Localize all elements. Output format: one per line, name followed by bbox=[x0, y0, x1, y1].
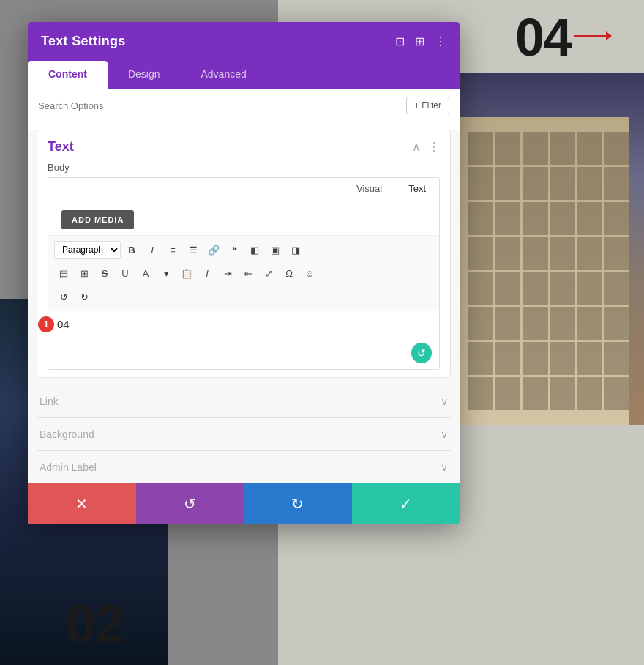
underline-button[interactable]: U bbox=[116, 264, 135, 283]
number-02-display: 02 bbox=[66, 594, 124, 654]
link-section[interactable]: Link ∨ bbox=[37, 385, 451, 418]
resize-icon[interactable]: ⊡ bbox=[395, 34, 405, 48]
editor-toolbar: Paragraph Heading 1 Heading 2 B I ≡ ☰ 🔗 … bbox=[48, 235, 439, 311]
editor-text[interactable]: 04 bbox=[57, 318, 430, 330]
columns-icon[interactable]: ⊞ bbox=[415, 34, 424, 48]
section-controls: ∧ ⋮ bbox=[412, 140, 440, 154]
editor-toggle-row: Visual Text bbox=[48, 178, 439, 201]
redo-button[interactable]: ↻ bbox=[244, 483, 352, 524]
modal-footer: ✕ ↺ ↻ ✓ bbox=[28, 483, 460, 524]
sync-icon: ↺ bbox=[411, 343, 432, 363]
color-button[interactable]: A bbox=[136, 264, 155, 283]
editor-content-area[interactable]: 1 04 ↺ bbox=[48, 311, 439, 369]
table-button[interactable]: ⊞ bbox=[75, 264, 94, 283]
special-char-button[interactable]: Ω bbox=[280, 264, 299, 283]
emoji-button[interactable]: ☺ bbox=[300, 264, 319, 283]
cancel-button[interactable]: ✕ bbox=[28, 483, 136, 524]
italic-button[interactable]: I bbox=[143, 240, 162, 259]
filter-button[interactable]: + Filter bbox=[406, 97, 449, 114]
modal-content: Text ∧ ⋮ Body Visual Text ADD MEDIA bbox=[28, 130, 460, 483]
undo-editor-button[interactable]: ↺ bbox=[54, 287, 73, 306]
paragraph-select[interactable]: Paragraph Heading 1 Heading 2 bbox=[54, 241, 121, 259]
paste-text-button[interactable]: 📋 bbox=[177, 264, 196, 283]
admin-label-chevron-icon: ∨ bbox=[441, 461, 448, 473]
body-label: Body bbox=[37, 160, 450, 177]
header-icons-group: ⊡ ⊞ ⋮ bbox=[395, 34, 446, 48]
building-image bbox=[446, 73, 644, 425]
text-settings-modal: Text Settings ⊡ ⊞ ⋮ Content Design Advan… bbox=[28, 22, 460, 524]
add-media-wrapper: ADD MEDIA bbox=[48, 201, 439, 235]
background-section[interactable]: Background ∨ bbox=[37, 418, 451, 451]
tabs-bar: Content Design Advanced bbox=[28, 61, 460, 89]
link-chevron-icon: ∨ bbox=[441, 395, 448, 407]
bold-button[interactable]: B bbox=[122, 240, 141, 259]
justify-button[interactable]: ▤ bbox=[54, 264, 73, 283]
toolbar-row-1: Paragraph Heading 1 Heading 2 B I ≡ ☰ 🔗 … bbox=[54, 240, 433, 259]
link-button[interactable]: 🔗 bbox=[204, 240, 223, 259]
modal-title: Text Settings bbox=[41, 34, 126, 49]
tab-content[interactable]: Content bbox=[28, 61, 108, 89]
toolbar-row-2: ▤ ⊞ S U A ▾ 📋 I ⇥ ⇤ ⤢ Ω ☺ bbox=[54, 264, 433, 283]
add-media-button[interactable]: ADD MEDIA bbox=[61, 210, 134, 229]
italic2-button[interactable]: I bbox=[198, 264, 217, 283]
text-section: Text ∧ ⋮ Body Visual Text ADD MEDIA bbox=[37, 130, 451, 378]
building-windows bbox=[468, 132, 629, 410]
indent-button[interactable]: ⇥ bbox=[218, 264, 237, 283]
align-right-button[interactable]: ◨ bbox=[286, 240, 305, 259]
background-label: Background bbox=[40, 428, 94, 440]
blockquote-button[interactable]: ❝ bbox=[225, 240, 244, 259]
tab-design[interactable]: Design bbox=[108, 61, 181, 89]
section-title: Text bbox=[48, 139, 74, 155]
search-bar: + Filter bbox=[28, 89, 460, 122]
outdent-button[interactable]: ⇤ bbox=[239, 264, 258, 283]
ordered-list-button[interactable]: ☰ bbox=[184, 240, 203, 259]
section-header: Text ∧ ⋮ bbox=[37, 130, 450, 160]
dots-menu-icon[interactable]: ⋮ bbox=[435, 34, 446, 48]
background-chevron-icon: ∨ bbox=[441, 428, 448, 440]
admin-label-text: Admin Label bbox=[40, 461, 97, 473]
fullscreen-button[interactable]: ⤢ bbox=[259, 264, 278, 283]
link-label: Link bbox=[40, 395, 59, 407]
align-center-button[interactable]: ▣ bbox=[266, 240, 285, 259]
number-04-display: 04 bbox=[515, 7, 571, 67]
admin-label-section[interactable]: Admin Label ∨ bbox=[37, 451, 451, 483]
search-input[interactable] bbox=[38, 100, 400, 111]
arrow-right-decoration bbox=[574, 35, 611, 37]
section-dots-icon[interactable]: ⋮ bbox=[428, 140, 440, 154]
building-facade bbox=[454, 117, 629, 425]
collapse-icon[interactable]: ∧ bbox=[412, 140, 421, 154]
strikethrough-button[interactable]: S bbox=[95, 264, 114, 283]
modal-header: Text Settings ⊡ ⊞ ⋮ bbox=[28, 22, 460, 61]
text-toggle-button[interactable]: Text bbox=[395, 178, 439, 201]
tab-advanced[interactable]: Advanced bbox=[180, 61, 266, 89]
redo-editor-button[interactable]: ↻ bbox=[75, 287, 94, 306]
align-left-button[interactable]: ◧ bbox=[245, 240, 264, 259]
unordered-list-button[interactable]: ≡ bbox=[163, 240, 182, 259]
undo-button[interactable]: ↺ bbox=[136, 483, 244, 524]
editor-area: Visual Text ADD MEDIA Paragraph Heading … bbox=[48, 177, 440, 370]
visual-toggle-button[interactable]: Visual bbox=[343, 178, 395, 201]
color-dropdown-button[interactable]: ▾ bbox=[157, 264, 176, 283]
error-badge: 1 bbox=[38, 316, 54, 332]
save-button[interactable]: ✓ bbox=[352, 483, 460, 524]
toolbar-row-3: ↺ ↻ bbox=[54, 287, 433, 306]
